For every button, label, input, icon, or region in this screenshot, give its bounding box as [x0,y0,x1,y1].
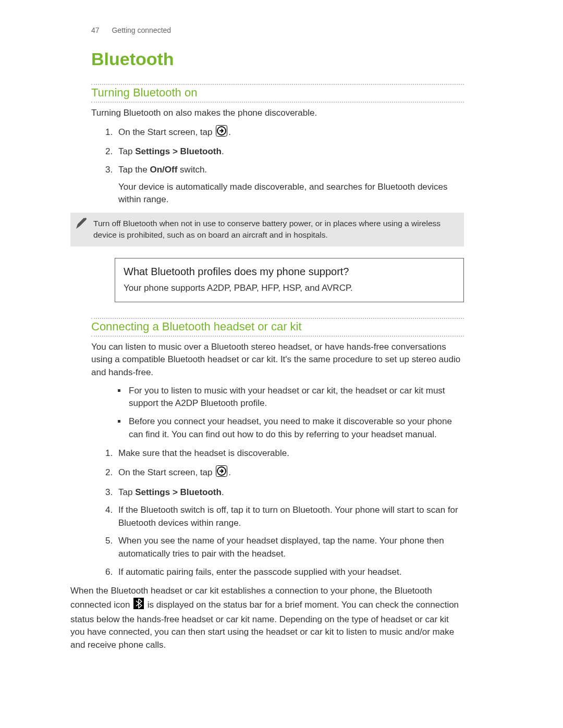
step-subtext: Your device is automatically made discov… [118,181,464,206]
breadcrumb: Getting connected [112,26,171,34]
step-prefix: Tap [118,146,135,156]
page-title: Bluetooth [91,49,464,69]
section2-steps: Make sure that the headset is discoverab… [104,447,464,578]
step-strong: Settings > Bluetooth [135,146,222,156]
arrow-circle-icon [216,465,227,481]
svg-point-2 [84,218,87,220]
bluetooth-connected-icon [133,598,144,613]
list-item: On the Start screen, tap . [115,125,464,141]
list-item: When you see the name of your headset di… [115,535,464,560]
note-text: Turn off Bluetooth when not in use to co… [93,219,440,239]
step-text: On the Start screen, tap [118,467,215,477]
step-strong: On/Off [150,165,178,175]
list-item: Tap Settings > Bluetooth. [115,145,464,158]
list-item: Tap Settings > Bluetooth. [115,486,464,499]
step-tail: . [228,127,231,137]
pen-icon [74,216,89,235]
page: 47 Getting connected Bluetooth Turning B… [0,0,563,728]
section-heading-turning-on: Turning Bluetooth on [91,84,464,103]
list-item: Make sure that the headset is discoverab… [115,447,464,460]
step-tail: switch. [177,165,207,175]
section1-intro: Turning Bluetooth on also makes the phon… [91,107,464,120]
note-callout: Turn off Bluetooth when not in use to co… [70,213,464,246]
section-heading-connecting: Connecting a Bluetooth headset or car ki… [91,318,464,337]
section2-intro: You can listen to music over a Bluetooth… [91,341,464,379]
list-item: Before you connect your headset, you nee… [127,415,464,441]
faq-answer: Your phone supports A2DP, PBAP, HFP, HSP… [124,283,455,293]
section2-outro: When the Bluetooth headset or car kit es… [70,585,464,651]
list-item: For you to listen to music with your hea… [127,385,464,410]
list-item: Tap the On/Off switch. Your device is au… [115,164,464,206]
faq-box: What Bluetooth profiles does my phone su… [115,258,464,302]
step-tail: . [222,146,224,156]
section2-bullets: For you to listen to music with your hea… [114,385,464,441]
step-prefix: Tap the [118,165,150,175]
step-tail: . [222,487,224,497]
list-item: If automatic pairing fails, enter the pa… [115,566,464,579]
step-text: On the Start screen, tap [118,127,215,137]
arrow-circle-icon [216,125,227,141]
page-header: 47 Getting connected Bluetooth Turning B… [91,26,464,206]
section-heading-text: Turning Bluetooth on [91,86,464,100]
page-number: 47 [91,26,100,34]
step-prefix: Tap [118,487,135,497]
list-item: On the Start screen, tap . [115,465,464,481]
section-heading-text: Connecting a Bluetooth headset or car ki… [91,320,464,334]
section1-steps: On the Start screen, tap . Tap Settings … [104,125,464,206]
list-item: If the Bluetooth switch is off, tap it t… [115,504,464,529]
faq-question: What Bluetooth profiles does my phone su… [124,266,455,278]
step-tail: . [228,467,231,477]
step-strong: Settings > Bluetooth [135,487,222,497]
